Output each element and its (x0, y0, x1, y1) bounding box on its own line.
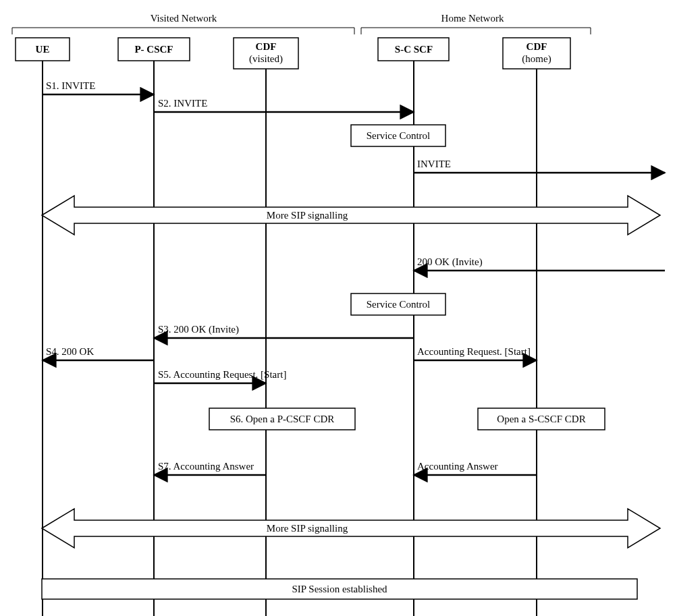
box-session-established: SIP Session established (42, 579, 637, 599)
box-open-pcscf-cdr-label: S6. Open a P-CSCF CDR (230, 414, 335, 424)
msg-s7: S7. Accounting Answer (154, 461, 266, 475)
msg-acct-ans-home-label: Accounting Answer (417, 461, 498, 472)
msg-s2: S2. INVITE (154, 98, 414, 112)
visited-network-bracket: Visited Network (12, 13, 354, 34)
msg-s3-label: S3. 200 OK (Invite) (158, 324, 239, 335)
box-open-scscf-cdr: Open a S-CSCF CDR (478, 408, 605, 430)
session-established-label: SIP Session established (292, 584, 387, 594)
msg-acct-ans-home: Accounting Answer (414, 461, 537, 475)
lifeline-cdf-home-label: CDF (526, 41, 547, 52)
msg-s7-label: S7. Accounting Answer (158, 461, 254, 472)
msg-acct-req-home-label: Accounting Request. [Start] (417, 346, 531, 357)
lifeline-pcscf-label: P- CSCF (134, 44, 173, 55)
more-sip-2-label: More SIP signalling (267, 523, 348, 534)
lifeline-scscf-label: S-C SCF (395, 44, 433, 55)
lifeline-cdf-visited-sub: (visited) (249, 53, 283, 65)
msg-s4: S4. 200 OK (43, 346, 154, 360)
svc-ctrl-1-label: Service Control (367, 130, 431, 141)
msg-invite-out: INVITE (414, 159, 665, 173)
msg-s5-label: S5. Accounting Request. [Start] (158, 369, 286, 380)
msg-invite-out-label: INVITE (417, 159, 451, 169)
svc-ctrl-2-label: Service Control (367, 299, 431, 310)
visited-network-label: Visited Network (151, 13, 217, 24)
msg-s3: S3. 200 OK (Invite) (154, 324, 414, 338)
box-open-pcscf-cdr: S6. Open a P-CSCF CDR (209, 408, 355, 430)
more-sip-2: More SIP signalling (42, 509, 660, 548)
msg-s1-label: S1. INVITE (46, 80, 95, 91)
msg-acct-req-home: Accounting Request. [Start] (414, 346, 537, 360)
more-sip-1-label: More SIP signalling (267, 210, 348, 221)
home-network-label: Home Network (441, 13, 504, 24)
msg-200ok-in: 200 OK (Invite) (414, 256, 665, 271)
lifeline-cdf-visited-label: CDF (256, 41, 277, 52)
lifeline-ue-label: UE (36, 44, 50, 55)
more-sip-1: More SIP signalling (42, 196, 660, 235)
box-open-scscf-cdr-label: Open a S-CSCF CDR (497, 414, 585, 424)
home-network-bracket: Home Network (361, 13, 591, 34)
box-service-control-2: Service Control (351, 293, 446, 315)
msg-s4-label: S4. 200 OK (46, 346, 94, 357)
box-service-control-1: Service Control (351, 125, 446, 146)
msg-200ok-in-label: 200 OK (Invite) (417, 256, 483, 268)
msg-s1: S1. INVITE (43, 80, 154, 94)
lifeline-cdf-home-sub: (home) (522, 53, 551, 65)
msg-s2-label: S2. INVITE (158, 98, 207, 109)
